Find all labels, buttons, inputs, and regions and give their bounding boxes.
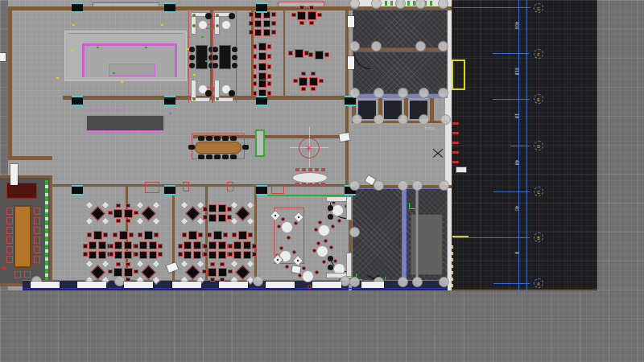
- round-column: [412, 180, 423, 191]
- dimension-text: 18: [513, 113, 519, 131]
- column: [256, 2, 267, 13]
- dining-chair: [287, 236, 291, 240]
- quad-table: [139, 241, 147, 249]
- quad-table: [208, 251, 217, 259]
- dining-chair: [83, 244, 88, 249]
- grid-bubble: C: [534, 187, 543, 196]
- quad-table: [149, 241, 157, 249]
- conference-chair: [188, 145, 195, 150]
- double-table-v: [258, 43, 266, 51]
- redmark-2: [183, 182, 189, 191]
- dining-chair: [314, 228, 318, 232]
- double-table: [124, 268, 133, 277]
- dining-chair: [301, 72, 306, 76]
- dimension-line-horizontal: [453, 7, 530, 8]
- round-column: [412, 277, 423, 287]
- booth-chair: [205, 13, 212, 19]
- dining-chair: [252, 252, 257, 257]
- round-column: [438, 41, 448, 51]
- plant: [192, 14, 196, 17]
- pair-table: [119, 231, 128, 240]
- booth-chair: [205, 90, 212, 97]
- green-dash-strip: [385, 1, 435, 6]
- room-hatch-c: [352, 188, 402, 283]
- dining-chair: [324, 239, 328, 243]
- redmark-4: [271, 186, 284, 194]
- stage-top-line: [68, 33, 183, 34]
- dining-chair: [203, 215, 208, 220]
- dining-chair: [207, 232, 212, 237]
- grid-bubble: G: [534, 3, 543, 13]
- window-segment: [77, 282, 106, 288]
- round-column: [253, 276, 263, 286]
- dining-chair: [308, 285, 312, 289]
- dining-chair: [154, 232, 159, 237]
- dining-chair: [116, 262, 121, 266]
- quad-table: [193, 241, 201, 249]
- quad-table: [149, 251, 157, 259]
- round-table: [281, 221, 293, 233]
- dining-chair: [198, 232, 203, 237]
- green-mark: [145, 47, 147, 48]
- plant: [192, 97, 196, 101]
- round-table: [318, 224, 330, 237]
- double-table-v: [258, 63, 266, 71]
- column: [164, 96, 175, 106]
- double-table: [114, 268, 122, 277]
- six-table: [263, 29, 270, 36]
- dimension-line-horizontal: [493, 283, 530, 284]
- dining-chair: [285, 265, 289, 269]
- dining-chair: [108, 211, 113, 215]
- wall-bottom-left: [8, 156, 52, 160]
- column: [72, 185, 83, 195]
- dimension-line-horizontal: [493, 191, 530, 192]
- red-tick-3: [452, 142, 459, 144]
- red-tick-4: [452, 151, 459, 154]
- booth-chair: [328, 256, 333, 261]
- private-room-chair: [6, 217, 13, 224]
- dining-chair: [253, 64, 257, 69]
- round-column: [439, 277, 449, 287]
- quad-table: [218, 204, 226, 212]
- quad-table: [218, 251, 226, 259]
- dining-chair: [203, 252, 208, 257]
- private-room-chair: [34, 246, 40, 253]
- cad-viewport[interactable]: ✳GFEDCBA4003181848408 8998 TV-8H 8998 TV…: [0, 0, 644, 362]
- quad-table: [89, 241, 97, 249]
- double-table-v: [258, 80, 266, 88]
- round-column: [374, 114, 384, 125]
- window-green: [45, 180, 48, 282]
- quad-table: [124, 241, 132, 249]
- quad-table: [243, 251, 251, 259]
- dining-chair: [277, 224, 281, 228]
- window-segment: [172, 282, 201, 288]
- round-column: [352, 114, 362, 125]
- green-cabinet: [255, 130, 265, 157]
- dining-chair: [134, 211, 138, 215]
- booth-mid-table: [196, 45, 208, 69]
- bay-divider-4: [254, 187, 257, 280]
- dining-chair: [331, 224, 335, 228]
- dining-chair: [253, 74, 257, 79]
- double-table: [114, 209, 122, 218]
- round-column: [395, 0, 406, 9]
- booth-chair: [213, 55, 218, 60]
- quad-table: [124, 251, 132, 259]
- pair-table: [93, 231, 102, 240]
- dining-chair: [202, 269, 207, 274]
- oval-table-chair: [302, 183, 306, 186]
- booth-chair: [229, 90, 235, 97]
- door-leaf: [10, 164, 18, 185]
- quad-table: [208, 204, 217, 212]
- wall-v2: [283, 10, 285, 96]
- quad-table: [89, 251, 97, 259]
- pair-table: [295, 49, 303, 58]
- oval-table-chair: [315, 168, 319, 171]
- round-column: [349, 41, 360, 51]
- yellow-mark: [161, 24, 163, 26]
- round-table: [316, 245, 328, 257]
- dining-chair: [271, 21, 276, 26]
- booth-chair: [232, 47, 237, 52]
- wall-rs-div1: [352, 48, 448, 51]
- dining-chair: [311, 87, 316, 91]
